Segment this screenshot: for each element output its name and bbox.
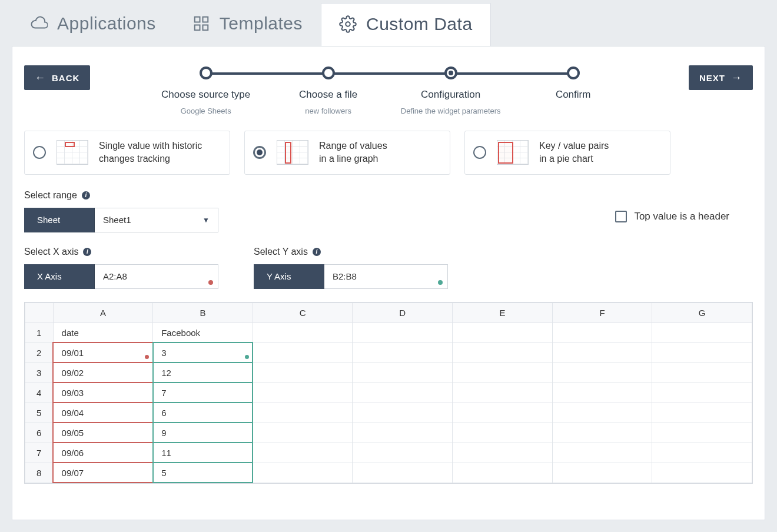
row-number[interactable]: 8	[25, 463, 54, 483]
cell[interactable]	[552, 322, 652, 343]
cell[interactable]: Facebook	[153, 322, 253, 343]
cell[interactable]	[453, 443, 553, 463]
cell[interactable]	[453, 322, 553, 343]
cell[interactable]: 09/01	[53, 343, 153, 363]
cell[interactable]	[552, 423, 652, 443]
cell[interactable]: 09/04	[53, 403, 153, 423]
row-number[interactable]: 6	[25, 423, 54, 443]
cell[interactable]: 6	[153, 403, 253, 423]
x-axis-block: Select X axis i X Axis A2:A8	[24, 247, 218, 289]
table-row[interactable]: 1dateFacebook	[25, 322, 752, 343]
cell[interactable]	[652, 423, 752, 443]
option-single-value[interactable]: Single value with historicchanges tracki…	[24, 131, 230, 175]
table-row[interactable]: 309/0212	[25, 363, 752, 383]
main-card: ← BACK Choose source type Google Sheets …	[12, 46, 765, 520]
cell[interactable]: 3	[153, 343, 253, 363]
cell[interactable]: 09/07	[53, 463, 153, 483]
cell[interactable]	[552, 343, 652, 363]
cell[interactable]	[353, 343, 453, 363]
cell[interactable]	[552, 463, 652, 483]
config-scroll[interactable]: Single value with historicchanges tracki…	[12, 126, 765, 520]
cell[interactable]: 09/03	[53, 383, 153, 403]
cell[interactable]	[552, 403, 652, 423]
cell[interactable]	[652, 343, 752, 363]
spreadsheet-preview[interactable]: A B C D E F G 1dateFacebook209/013309/02…	[24, 302, 753, 484]
cell[interactable]	[253, 383, 353, 403]
table-row[interactable]: 609/059	[25, 423, 752, 443]
cell[interactable]	[353, 403, 453, 423]
row-number[interactable]: 7	[25, 443, 54, 463]
cell[interactable]: 7	[153, 383, 253, 403]
x-axis-input[interactable]: X Axis A2:A8	[24, 264, 218, 289]
cell[interactable]	[453, 343, 553, 363]
cell[interactable]	[652, 463, 752, 483]
cell[interactable]	[353, 363, 453, 383]
cell[interactable]	[552, 363, 652, 383]
header-checkbox[interactable]: Top value is a header	[615, 211, 729, 222]
table-row[interactable]: 409/037	[25, 383, 752, 403]
cell[interactable]	[453, 403, 553, 423]
cell[interactable]	[253, 423, 353, 443]
cell[interactable]: 9	[153, 423, 253, 443]
row-number[interactable]: 3	[25, 363, 54, 383]
table-row[interactable]: 709/0611	[25, 443, 752, 463]
cell[interactable]	[453, 463, 553, 483]
row-number[interactable]: 5	[25, 403, 54, 423]
cell[interactable]: 11	[153, 443, 253, 463]
tab-templates[interactable]: Templates	[174, 2, 321, 46]
tab-applications[interactable]: Applications	[12, 2, 174, 46]
cell[interactable]	[652, 322, 752, 343]
back-button[interactable]: ← BACK	[24, 65, 90, 90]
cell[interactable]: 09/05	[53, 423, 153, 443]
cell[interactable]	[253, 443, 353, 463]
row-number[interactable]: 2	[25, 343, 54, 363]
sheet-select[interactable]: Sheet Sheet1 ▼	[24, 208, 218, 232]
cell[interactable]	[353, 463, 453, 483]
cell[interactable]	[652, 363, 752, 383]
cell[interactable]	[453, 423, 553, 443]
cell[interactable]	[353, 383, 453, 403]
row-number[interactable]: 1	[25, 322, 54, 343]
y-axis-input[interactable]: Y Axis B2:B8	[254, 264, 448, 289]
cell[interactable]	[652, 383, 752, 403]
col-header[interactable]: D	[353, 302, 453, 322]
cell[interactable]	[652, 443, 752, 463]
cell[interactable]	[453, 363, 553, 383]
col-header[interactable]: C	[253, 302, 353, 322]
table-row[interactable]: 209/013	[25, 343, 752, 363]
spreadsheet-icon	[497, 140, 529, 165]
cell[interactable]: 12	[153, 363, 253, 383]
cell[interactable]	[353, 443, 453, 463]
info-icon[interactable]: i	[82, 191, 90, 200]
cell[interactable]	[253, 322, 353, 343]
col-header[interactable]: F	[552, 302, 652, 322]
table-row[interactable]: 809/075	[25, 463, 752, 483]
col-header[interactable]: G	[652, 302, 752, 322]
cell[interactable]: 5	[153, 463, 253, 483]
cell[interactable]	[552, 383, 652, 403]
cell[interactable]	[253, 363, 353, 383]
step-source-type[interactable]: Choose source type Google Sheets	[145, 66, 267, 115]
col-header[interactable]: E	[453, 302, 553, 322]
cell[interactable]	[253, 343, 353, 363]
cell[interactable]: date	[53, 322, 153, 343]
info-icon[interactable]: i	[313, 248, 321, 256]
next-button[interactable]: NEXT →	[689, 65, 753, 90]
cell[interactable]: 09/06	[53, 443, 153, 463]
col-header[interactable]: B	[153, 302, 253, 322]
option-line-graph[interactable]: Range of valuesin a line graph	[244, 131, 450, 175]
cell[interactable]	[453, 383, 553, 403]
cell[interactable]	[552, 443, 652, 463]
cell[interactable]	[353, 423, 453, 443]
table-row[interactable]: 509/046	[25, 403, 752, 423]
cell[interactable]: 09/02	[53, 363, 153, 383]
cell[interactable]	[253, 463, 353, 483]
cell[interactable]	[353, 322, 453, 343]
row-number[interactable]: 4	[25, 383, 54, 403]
info-icon[interactable]: i	[83, 248, 91, 256]
cell[interactable]	[253, 403, 353, 423]
cell[interactable]	[652, 403, 752, 423]
tab-custom-data[interactable]: Custom Data	[321, 3, 491, 46]
option-pie-chart[interactable]: Key / value pairsin a pie chart	[464, 131, 670, 175]
col-header[interactable]: A	[53, 302, 153, 322]
